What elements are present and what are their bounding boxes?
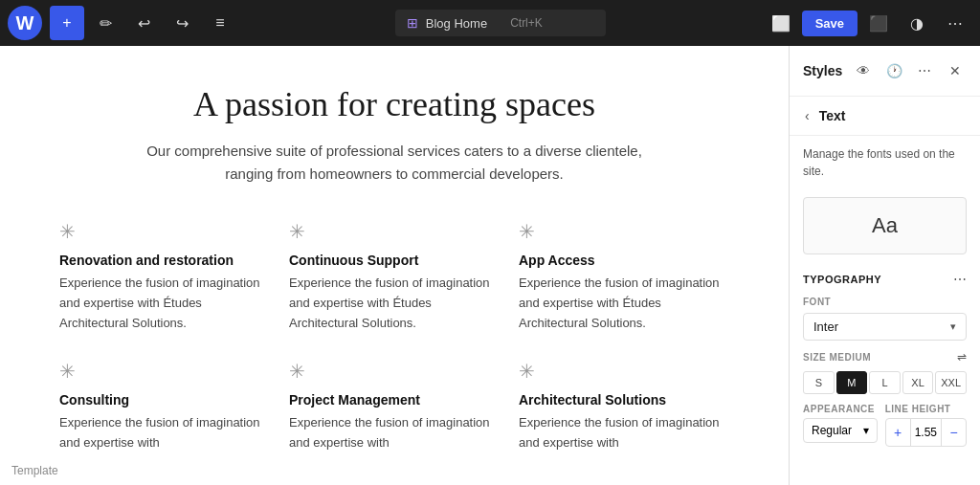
- feature-item: ✳ App Access Experience the fusion of im…: [519, 220, 729, 333]
- typography-section: Typography ⋯ FONT Inter ▾ SIZE MEDIUM ⇌ …: [790, 262, 980, 466]
- panel-header: Styles 👁 🕐 ⋯ ✕: [790, 46, 980, 97]
- section-header: Typography ⋯: [803, 272, 967, 287]
- panel-description: Manage the fonts used on the site.: [790, 136, 980, 189]
- panel-nav: ‹ Text: [790, 97, 980, 136]
- main-toolbar: W + ✏ ↩ ↪ ≡ ⊞ Blog Home Ctrl+K ⬜ Save ⬛ …: [0, 0, 980, 46]
- url-text: Blog Home: [426, 16, 487, 31]
- panel-header-icons: 👁 🕐 ⋯ ✕: [850, 57, 969, 84]
- size-row: SIZE MEDIUM ⇌: [803, 350, 967, 364]
- redo-button[interactable]: ↪: [165, 6, 199, 40]
- feature-desc: Experience the fusion of imagination and…: [59, 274, 270, 333]
- size-s-button[interactable]: S: [803, 371, 835, 394]
- size-l-button[interactable]: L: [869, 371, 901, 394]
- styles-panel: Styles 👁 🕐 ⋯ ✕ ‹ Text Manage the fonts u…: [789, 46, 980, 485]
- feature-item: ✳ Continuous Support Experience the fusi…: [289, 220, 500, 333]
- font-preview-text: Aa: [872, 213, 898, 237]
- panel-back-button[interactable]: ‹: [803, 106, 812, 125]
- feature-desc: Experience the fusion of imagination and…: [289, 274, 500, 333]
- size-xxl-button[interactable]: XXL: [935, 371, 967, 394]
- feature-item: ✳ Renovation and restoration Experience …: [59, 220, 270, 333]
- feature-desc: Experience the fusion of imagination and…: [519, 274, 729, 333]
- sidebar-toggle-button[interactable]: ⬛: [861, 6, 896, 40]
- styles-close-button[interactable]: ✕: [942, 57, 969, 84]
- toolbar-right: ⬜ Save ⬛ ◑ ⋯: [764, 6, 972, 40]
- feature-icon: ✳: [289, 360, 500, 383]
- appearance-row: APPEARANCE Regular ▾ LINE HEIGHT + 1.55 …: [803, 404, 967, 447]
- feature-title: Architectural Solutions: [519, 392, 729, 408]
- keyboard-shortcut: Ctrl+K: [510, 16, 543, 30]
- canvas-footer: Template: [11, 464, 58, 477]
- chevron-down-icon: ▾: [863, 424, 869, 437]
- font-label: FONT: [803, 297, 967, 307]
- main-area: A passion for creating spaces Our compre…: [0, 46, 980, 485]
- size-xl-button[interactable]: XL: [902, 371, 934, 394]
- feature-title: App Access: [519, 253, 729, 268]
- line-height-decrease-button[interactable]: +: [886, 419, 911, 446]
- panel-nav-title: Text: [819, 108, 846, 123]
- editor-canvas[interactable]: A passion for creating spaces Our compre…: [0, 46, 789, 485]
- line-height-increase-button[interactable]: −: [941, 419, 966, 446]
- feature-desc: Experience the fusion of imagination and…: [59, 413, 270, 453]
- feature-title: Continuous Support: [289, 253, 500, 268]
- feature-desc: Experience the fusion of imagination and…: [289, 413, 500, 453]
- size-reset-icon[interactable]: ⇌: [957, 350, 967, 364]
- appearance-control: APPEARANCE Regular ▾: [803, 404, 878, 447]
- size-label: SIZE MEDIUM: [803, 352, 871, 363]
- styles-eye-button[interactable]: 👁: [850, 57, 877, 84]
- feature-title: Renovation and restoration: [59, 253, 270, 268]
- feature-title: Project Management: [289, 392, 500, 408]
- font-select[interactable]: Inter ▾: [803, 313, 967, 341]
- panel-title: Styles: [803, 63, 842, 78]
- feature-icon: ✳: [519, 360, 729, 383]
- canvas-inner: A passion for creating spaces Our compre…: [59, 84, 729, 453]
- appearance-select[interactable]: Regular ▾: [803, 418, 878, 443]
- font-select-value: Inter: [813, 320, 838, 334]
- styles-more-button[interactable]: ⋯: [911, 57, 938, 84]
- feature-desc: Experience the fusion of imagination and…: [519, 413, 729, 453]
- save-button[interactable]: Save: [802, 11, 858, 36]
- feature-icon: ✳: [519, 220, 729, 243]
- add-block-button[interactable]: +: [50, 6, 84, 40]
- feature-item: ✳ Project Management Experience the fusi…: [289, 360, 500, 453]
- undo-button[interactable]: ↩: [126, 6, 161, 40]
- list-view-button[interactable]: ≡: [203, 6, 237, 40]
- line-height-stepper: + 1.55 −: [885, 418, 967, 447]
- font-preview-box: Aa: [803, 197, 967, 254]
- wp-logo[interactable]: W: [8, 6, 42, 40]
- typography-more-icon[interactable]: ⋯: [953, 272, 967, 287]
- appearance-value: Regular: [812, 424, 852, 437]
- feature-icon: ✳: [59, 360, 270, 383]
- feature-title: Consulting: [59, 392, 270, 408]
- appearance-label: APPEARANCE: [803, 404, 878, 414]
- preview-button[interactable]: ⬜: [764, 6, 798, 40]
- url-bar[interactable]: ⊞ Blog Home Ctrl+K: [395, 10, 606, 36]
- feature-icon: ✳: [289, 220, 500, 243]
- feature-item: ✳ Architectural Solutions Experience the…: [519, 360, 729, 453]
- line-height-control: LINE HEIGHT + 1.55 −: [885, 404, 967, 447]
- feature-icon: ✳: [59, 220, 270, 243]
- line-height-label: LINE HEIGHT: [885, 404, 967, 414]
- feature-item: ✳ Consulting Experience the fusion of im…: [59, 360, 270, 453]
- chevron-down-icon: ▾: [950, 320, 956, 333]
- typography-label: Typography: [803, 274, 881, 285]
- styles-history-button[interactable]: 🕐: [880, 57, 907, 84]
- appearance-button[interactable]: ◑: [900, 6, 934, 40]
- site-icon: ⊞: [407, 15, 418, 31]
- tools-button[interactable]: ✏: [88, 6, 122, 40]
- more-button[interactable]: ⋯: [938, 6, 972, 40]
- size-buttons: S M L XL XXL: [803, 371, 967, 394]
- page-title: A passion for creating spaces: [59, 84, 729, 124]
- page-subtitle: Our comprehensive suite of professional …: [59, 140, 729, 186]
- line-height-value: 1.55: [911, 421, 941, 444]
- features-grid: ✳ Renovation and restoration Experience …: [59, 220, 729, 453]
- size-m-button[interactable]: M: [836, 371, 868, 394]
